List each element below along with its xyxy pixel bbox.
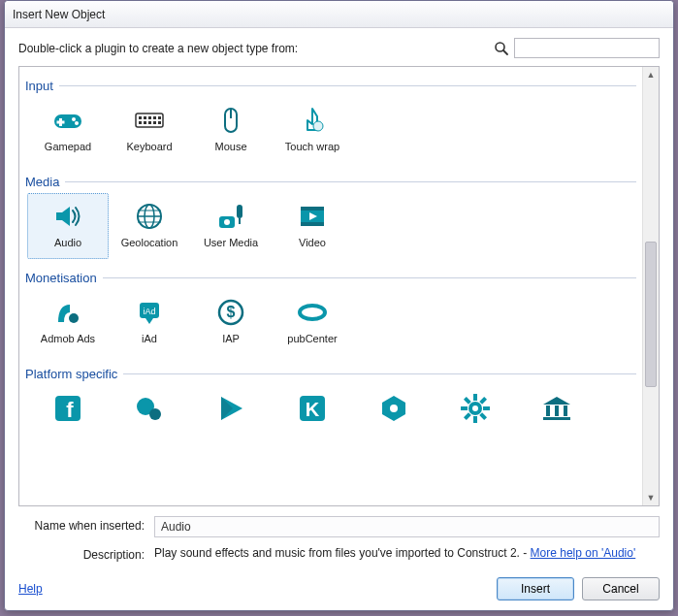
search-icon[interactable]: [493, 40, 510, 57]
plugin-label: Gamepad: [45, 141, 91, 152]
scrollbar-thumb[interactable]: [645, 242, 657, 387]
description-body: Play sound effects and music from files …: [154, 546, 531, 560]
plugin-item[interactable]: Touch wrap: [272, 97, 353, 163]
svg-rect-11: [153, 116, 156, 119]
svg-rect-12: [158, 116, 161, 119]
form-area: Name when inserted: Description: Play so…: [18, 516, 660, 562]
audio-icon: [49, 198, 86, 235]
svg-point-40: [300, 306, 325, 319]
plugin-scroll-area[interactable]: InputGamepadKeyboardMouseTouch wrapMedia…: [19, 67, 642, 505]
help-link[interactable]: Help: [18, 582, 43, 596]
description-help-link[interactable]: More help on 'Audio': [531, 546, 636, 560]
admob-icon: [49, 294, 86, 331]
dialog-window: Insert New Object Double-click a plugin …: [4, 0, 674, 611]
name-label: Name when inserted:: [18, 516, 154, 533]
plugin-item[interactable]: User Media: [190, 193, 272, 259]
plugin-item[interactable]: Admob Ads: [27, 289, 109, 355]
name-input[interactable]: [154, 516, 660, 537]
svg-rect-63: [555, 405, 559, 416]
svg-rect-10: [148, 116, 151, 119]
gamepad-icon: [49, 102, 86, 139]
search-input[interactable]: [514, 38, 660, 58]
plugin-item[interactable]: [353, 385, 435, 451]
plugin-item[interactable]: K: [272, 385, 353, 451]
svg-point-60: [472, 405, 478, 411]
dialog-footer: Help Insert Cancel: [5, 569, 673, 610]
svg-rect-56: [473, 416, 477, 423]
svg-rect-65: [543, 417, 570, 420]
svg-marker-61: [543, 397, 570, 405]
dialog-content: Double-click a plugin to create a new ob…: [5, 28, 673, 569]
svg-rect-58: [461, 406, 468, 410]
plugin-item[interactable]: pubCenter: [272, 289, 353, 355]
insert-button[interactable]: Insert: [497, 577, 574, 600]
plugin-label: Admob Ads: [41, 333, 95, 344]
plugin-label: User Media: [204, 237, 258, 248]
play-icon: [212, 390, 249, 427]
svg-text:f: f: [66, 398, 74, 422]
svg-point-44: [149, 408, 161, 420]
video-icon: [294, 198, 331, 235]
category-header[interactable]: Monetisation: [25, 271, 636, 285]
svg-rect-16: [153, 121, 156, 124]
category-title: Media: [25, 175, 59, 189]
plugin-label: IAP: [222, 333, 240, 344]
plugin-item[interactable]: [516, 385, 597, 451]
plugin-label: pubCenter: [287, 333, 337, 344]
instruction-text: Double-click a plugin to create a new ob…: [18, 42, 493, 55]
plugin-item[interactable]: Keyboard: [109, 97, 190, 163]
plugin-item[interactable]: Mouse: [190, 97, 272, 163]
plugin-label: Touch wrap: [285, 141, 339, 152]
plugin-item[interactable]: Audio: [27, 193, 109, 259]
pubcenter-icon: [294, 294, 331, 331]
plugin-label: iAd: [142, 333, 157, 344]
plugin-label: Audio: [54, 237, 81, 248]
scroll-down-icon[interactable]: ▼: [643, 490, 659, 505]
svg-rect-64: [564, 405, 567, 416]
top-row: Double-click a plugin to create a new ob…: [18, 38, 660, 58]
plugin-item[interactable]: f: [27, 385, 109, 451]
svg-rect-59: [464, 397, 471, 405]
cancel-button[interactable]: Cancel: [582, 577, 660, 600]
plugin-item[interactable]: [190, 385, 272, 451]
svg-rect-15: [148, 121, 151, 124]
iap-icon: $: [212, 294, 249, 331]
svg-point-20: [313, 121, 323, 131]
keyboard-icon: [131, 102, 168, 139]
plugin-item[interactable]: [435, 385, 516, 451]
plugin-item[interactable]: Video: [272, 193, 353, 259]
scroll-up-icon[interactable]: ▲: [643, 67, 659, 82]
description-label: Description:: [18, 545, 154, 562]
category-items: GamepadKeyboardMouseTouch wrap: [25, 97, 636, 169]
plugin-label: Geolocation: [121, 237, 178, 248]
category-header[interactable]: Input: [25, 79, 636, 93]
svg-rect-57: [464, 412, 471, 420]
plugin-item[interactable]: iAdiAd: [109, 289, 190, 355]
usermedia-icon: [212, 198, 249, 235]
category-items: fK: [25, 385, 636, 457]
svg-rect-55: [479, 412, 487, 420]
plugin-item[interactable]: [109, 385, 190, 451]
plugin-item[interactable]: Geolocation: [109, 193, 190, 259]
plugin-item[interactable]: Gamepad: [27, 97, 109, 163]
category-items: Admob AdsiAdiAd$IAPpubCenter: [25, 289, 636, 361]
category-header[interactable]: Platform specific: [25, 367, 636, 381]
category-title: Monetisation: [25, 271, 97, 285]
scrollbar-vertical[interactable]: ▲ ▼: [642, 67, 659, 505]
svg-rect-13: [139, 121, 142, 124]
svg-point-50: [390, 405, 398, 412]
gear-icon: [457, 390, 494, 427]
category-header[interactable]: Media: [25, 175, 636, 189]
svg-rect-28: [237, 205, 242, 218]
circles-icon: [131, 390, 168, 427]
svg-point-34: [69, 313, 79, 323]
svg-rect-14: [144, 121, 146, 124]
category-title: Platform specific: [25, 367, 117, 381]
hex-icon: [375, 390, 412, 427]
plugin-label: Video: [299, 237, 326, 248]
svg-rect-52: [473, 394, 477, 401]
titlebar[interactable]: Insert New Object: [5, 1, 673, 28]
svg-rect-17: [158, 121, 161, 124]
plugin-item[interactable]: $IAP: [190, 289, 272, 355]
svg-rect-9: [144, 116, 146, 119]
